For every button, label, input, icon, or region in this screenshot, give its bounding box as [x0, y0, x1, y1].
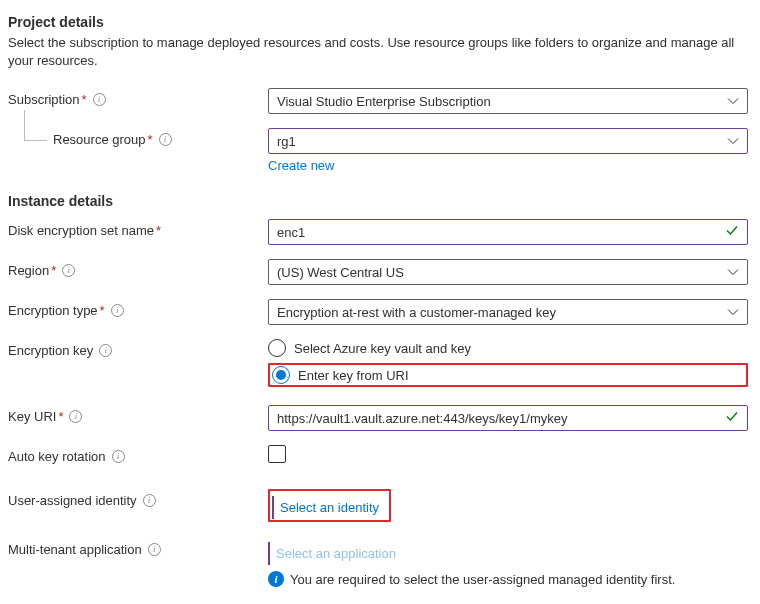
- label-text: Resource group: [53, 132, 146, 147]
- radio-icon: [268, 339, 286, 357]
- label-des-name: Disk encryption set name *: [8, 219, 268, 238]
- label-text: Key URI: [8, 409, 56, 424]
- info-blue-icon: i: [268, 571, 284, 587]
- label-text: Auto key rotation: [8, 449, 106, 464]
- input-value: enc1: [277, 225, 305, 240]
- label-encryption-type: Encryption type * i: [8, 299, 268, 318]
- create-new-link[interactable]: Create new: [268, 158, 334, 173]
- required-marker: *: [82, 92, 87, 107]
- info-icon[interactable]: i: [111, 304, 124, 317]
- label-text: Subscription: [8, 92, 80, 107]
- info-icon[interactable]: i: [93, 93, 106, 106]
- label-auto-rotation: Auto key rotation i: [8, 445, 268, 464]
- auto-rotation-checkbox[interactable]: [268, 445, 286, 463]
- des-name-input[interactable]: enc1: [268, 219, 748, 245]
- label-encryption-key: Encryption key i: [8, 339, 268, 358]
- label-multitenant: Multi-tenant application i: [8, 538, 268, 557]
- label-key-uri: Key URI * i: [8, 405, 268, 424]
- label-text: Encryption type: [8, 303, 98, 318]
- label-region: Region * i: [8, 259, 268, 278]
- section-desc-project: Select the subscription to manage deploy…: [8, 34, 752, 70]
- radio-enter-uri[interactable]: Enter key from URI: [272, 366, 409, 384]
- multitenant-helper: i You are required to select the user-as…: [268, 571, 748, 587]
- label-text: Disk encryption set name: [8, 223, 154, 238]
- dropdown-value: Encryption at-rest with a customer-manag…: [277, 305, 556, 320]
- info-icon[interactable]: i: [112, 450, 125, 463]
- info-icon[interactable]: i: [62, 264, 75, 277]
- label-subscription: Subscription * i: [8, 88, 268, 107]
- chevron-down-icon: [727, 95, 739, 107]
- subscription-dropdown[interactable]: Visual Studio Enterprise Subscription: [268, 88, 748, 114]
- required-marker: *: [58, 409, 63, 424]
- info-icon[interactable]: i: [148, 543, 161, 556]
- key-uri-input[interactable]: https://vault1.vault.azure.net:443/keys/…: [268, 405, 748, 431]
- chevron-down-icon: [727, 135, 739, 147]
- info-icon[interactable]: i: [69, 410, 82, 423]
- input-value: https://vault1.vault.azure.net:443/keys/…: [277, 411, 567, 426]
- select-application-link: Select an application: [268, 542, 402, 565]
- label-text: Encryption key: [8, 343, 93, 358]
- label-text: Multi-tenant application: [8, 542, 142, 557]
- chevron-down-icon: [727, 306, 739, 318]
- radio-label: Select Azure key vault and key: [294, 341, 471, 356]
- check-icon: [725, 224, 739, 241]
- highlight-box-radio: Enter key from URI: [268, 363, 748, 387]
- highlight-box-identity: Select an identity: [268, 489, 391, 522]
- info-icon[interactable]: i: [99, 344, 112, 357]
- required-marker: *: [148, 132, 153, 147]
- required-marker: *: [100, 303, 105, 318]
- resource-group-dropdown[interactable]: rg1: [268, 128, 748, 154]
- check-icon: [725, 410, 739, 427]
- label-user-identity: User-assigned identity i: [8, 489, 268, 508]
- radio-label: Enter key from URI: [298, 368, 409, 383]
- region-dropdown[interactable]: (US) West Central US: [268, 259, 748, 285]
- label-text: Region: [8, 263, 49, 278]
- encryption-type-dropdown[interactable]: Encryption at-rest with a customer-manag…: [268, 299, 748, 325]
- label-text: User-assigned identity: [8, 493, 137, 508]
- dropdown-value: Visual Studio Enterprise Subscription: [277, 94, 491, 109]
- helper-text: You are required to select the user-assi…: [290, 572, 675, 587]
- label-resource-group: Resource group * i: [8, 128, 268, 147]
- info-icon[interactable]: i: [159, 133, 172, 146]
- dropdown-value: (US) West Central US: [277, 265, 404, 280]
- section-title-project: Project details: [8, 14, 752, 30]
- select-identity-link[interactable]: Select an identity: [272, 496, 385, 519]
- required-marker: *: [51, 263, 56, 278]
- chevron-down-icon: [727, 266, 739, 278]
- radio-select-vault[interactable]: Select Azure key vault and key: [268, 339, 748, 357]
- info-icon[interactable]: i: [143, 494, 156, 507]
- dropdown-value: rg1: [277, 134, 296, 149]
- section-title-instance: Instance details: [8, 193, 752, 209]
- required-marker: *: [156, 223, 161, 238]
- radio-icon: [272, 366, 290, 384]
